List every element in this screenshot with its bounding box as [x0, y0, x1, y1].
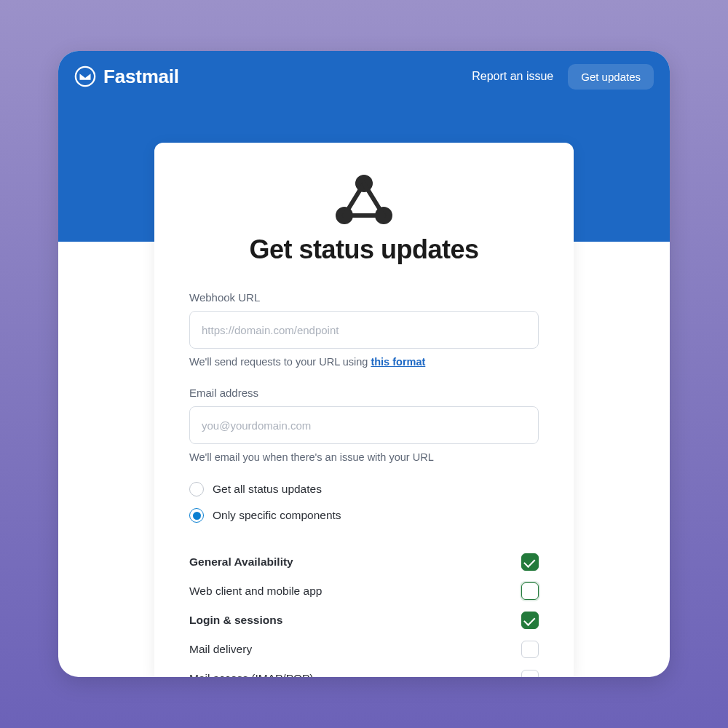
component-checkbox[interactable] [521, 670, 539, 677]
webhook-url-input[interactable] [189, 311, 539, 349]
email-help: We'll email you when there's an issue wi… [189, 451, 539, 463]
component-checkbox[interactable] [521, 582, 539, 600]
email-field: Email address We'll email you when there… [189, 387, 539, 482]
radio-selected-icon [189, 508, 204, 523]
report-issue-link[interactable]: Report an issue [472, 70, 553, 83]
email-input[interactable] [189, 406, 539, 444]
svg-point-0 [76, 67, 95, 86]
component-checkbox[interactable] [521, 553, 539, 571]
webhook-help-text: We'll send requests to your URL using [189, 356, 371, 368]
webhook-field: Webhook URL We'll send requests to your … [189, 291, 539, 387]
webhook-graph-icon [331, 172, 397, 227]
card-title: Get status updates [189, 234, 539, 265]
fastmail-logo-icon [74, 66, 96, 87]
component-label: Web client and mobile app [189, 585, 322, 598]
updates-card: Get status updates Webhook URL We'll sen… [154, 143, 574, 677]
component-label: Mail access (IMAP/POP) [189, 672, 314, 677]
component-checkbox[interactable] [521, 612, 539, 629]
webhook-help: We'll send requests to your URL using th… [189, 356, 539, 368]
topbar: Fastmail Report an issue Get updates [58, 51, 670, 102]
scope-specific-radio[interactable]: Only specific components [189, 508, 539, 523]
component-label: General Availability [189, 555, 293, 569]
component-row: Login & sessions [189, 606, 539, 635]
component-row: Web client and mobile app [189, 577, 539, 606]
scope-specific-label: Only specific components [213, 509, 341, 522]
webhook-format-link[interactable]: this format [371, 356, 425, 368]
email-label: Email address [189, 387, 539, 399]
brand-name: Fastmail [103, 66, 179, 88]
component-row: Mail delivery [189, 635, 539, 664]
components-list: General Availability Web client and mobi… [189, 547, 539, 677]
component-label: Mail delivery [189, 643, 252, 656]
status-page-panel: Fastmail Report an issue Get updates Get… [58, 51, 670, 677]
radio-icon [189, 482, 204, 496]
component-label: Login & sessions [189, 614, 282, 627]
scope-all-label: Get all status updates [213, 483, 322, 496]
scope-all-radio[interactable]: Get all status updates [189, 482, 539, 496]
component-row: General Availability [189, 547, 539, 577]
get-updates-button[interactable]: Get updates [568, 64, 654, 90]
component-checkbox[interactable] [521, 641, 539, 658]
brand[interactable]: Fastmail [74, 66, 179, 88]
component-row: Mail access (IMAP/POP) [189, 664, 539, 677]
webhook-label: Webhook URL [189, 291, 539, 304]
